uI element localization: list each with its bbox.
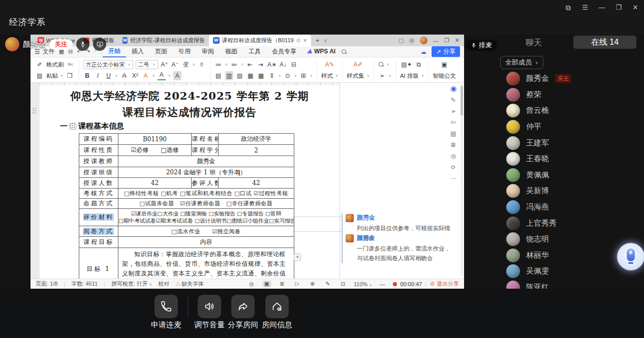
collapse-icon[interactable]	[70, 123, 76, 130]
side-tool-icon[interactable]: ⊞	[451, 142, 456, 148]
select-cursor-icon[interactable]: ➢	[378, 71, 386, 80]
style-label[interactable]: 样式	[321, 72, 333, 80]
number-list-icon[interactable]: ≕	[230, 60, 238, 69]
side-tool-icon[interactable]: ◎	[451, 153, 456, 159]
marks-icon[interactable]: ⊟	[290, 60, 298, 69]
mini-window-icon[interactable]: ⧉	[563, 2, 574, 13]
member-row[interactable]: 吴新博	[496, 183, 644, 199]
ai-layout-label[interactable]: AI 排版	[400, 72, 419, 80]
char-scale-icon[interactable]: A∗	[267, 60, 277, 69]
indent-icon[interactable]: ⇥	[257, 60, 265, 69]
room-info-button[interactable]	[265, 295, 289, 318]
share-button[interactable]: ↗分享	[432, 46, 460, 57]
edit-mode-icon[interactable]: ✎	[323, 281, 332, 287]
format-painter-label[interactable]: 格式刷	[46, 61, 64, 69]
locate-icon[interactable]: ◉	[450, 85, 456, 92]
font-size-select[interactable]: 二号∨	[136, 60, 158, 69]
restore-icon[interactable]: ❐	[613, 2, 624, 13]
tab-close-icon[interactable]: ✕	[303, 38, 307, 43]
tab-online[interactable]: 在线 14	[573, 36, 636, 49]
menu-page[interactable]: 页面	[149, 46, 173, 57]
queue-mic-button[interactable]: 排麦	[466, 40, 497, 51]
menu-insert[interactable]: 插入	[126, 46, 149, 57]
tab-document-template[interactable]: W 经济学院-课程目标达成度报告模版.d	[118, 35, 209, 46]
menu-view[interactable]: 视图	[220, 46, 243, 57]
screen-share-button[interactable]	[93, 38, 106, 51]
line-spacing-icon[interactable]: ⇕	[268, 71, 276, 80]
member-row[interactable]: 颜秀金 房主	[496, 71, 644, 87]
bullet-list-icon[interactable]: ≔	[214, 60, 223, 69]
highlight-icon[interactable]: A	[142, 71, 150, 80]
drag-handle-icon[interactable]	[32, 107, 37, 114]
proofread[interactable]: 校对	[158, 280, 169, 288]
comment-card[interactable]: 颜秀金 一门课多位老师上的，需流水作业，与试卷封面阅卷人填写相吻合	[342, 234, 452, 263]
member-row[interactable]: 上官秀秀	[496, 215, 644, 231]
paste-label[interactable]: 粘贴	[46, 72, 58, 80]
cut-icon[interactable]: ✄	[67, 60, 75, 69]
scrollbar-thumb[interactable]	[461, 86, 463, 115]
share-room-button[interactable]	[231, 295, 255, 318]
align-center-icon[interactable]: ▥	[225, 71, 233, 80]
eye-protect-icon[interactable]: ◎	[247, 281, 256, 287]
menu-icon[interactable]: ☰	[579, 2, 591, 13]
course-info-table[interactable]: 课程编码 B01190 课程名称 政治经济学 课程性质 ☑必修 □选修 课程学分…	[79, 133, 294, 279]
member-row[interactable]: 仲平	[496, 119, 644, 135]
missing-font-warning[interactable]: ⚠缺失字体	[175, 280, 204, 288]
side-tool-icon[interactable]: ⟳	[451, 164, 456, 170]
tab-chat[interactable]: 聊天	[501, 36, 567, 49]
word-count[interactable]: 字数: 4511	[71, 280, 98, 288]
justify-icon[interactable]: ▦	[247, 71, 255, 80]
member-filter-dropdown[interactable]: 全部成员 ∨	[500, 56, 543, 69]
shading-icon[interactable]: ⊙	[284, 71, 292, 80]
wps-restore-icon[interactable]: ❐	[444, 37, 449, 44]
tab-document-active[interactable]: W 课程目标达成度报告（B0119 ⊙ ✕	[209, 35, 312, 46]
find-icon[interactable]	[378, 62, 384, 68]
distribute-icon[interactable]: ▩	[257, 71, 265, 80]
web-layout-icon[interactable]: ⊕	[308, 281, 317, 287]
member-row[interactable]: 蔡荣	[496, 87, 644, 103]
minimize-icon[interactable]: —	[596, 2, 607, 13]
format-painter-icon[interactable]: ✐	[36, 60, 44, 69]
font-color-icon[interactable]: A	[158, 71, 166, 80]
search-icon[interactable]	[341, 49, 347, 55]
outline-view-icon[interactable]: ≣	[278, 281, 287, 287]
wps-minimize-icon[interactable]: —	[433, 38, 439, 44]
char-shading-icon[interactable]: A	[173, 71, 181, 80]
volume-button[interactable]	[198, 295, 221, 318]
floating-mic-button[interactable]	[617, 243, 644, 270]
outdent-icon[interactable]: ⇤	[246, 60, 254, 69]
spell-check[interactable]: 拼写检查: 打开 ∨	[111, 280, 152, 288]
tab-list-icon[interactable]: ∨	[323, 38, 327, 43]
menu-tools[interactable]: 工具	[243, 46, 266, 57]
side-tool-icon[interactable]: ➢	[451, 108, 456, 114]
clear-format-icon[interactable]: ◊	[198, 60, 206, 69]
side-tool-icon[interactable]: ▤	[450, 131, 456, 137]
member-row[interactable]: 冯海燕	[496, 199, 644, 216]
play-view-icon[interactable]: ▷	[293, 281, 302, 287]
smart-doc-label[interactable]: 智能公文	[433, 72, 456, 80]
borders-icon[interactable]: ⊞	[299, 71, 308, 80]
document-canvas[interactable]: 仰恩大学经济学院 2024-2025 学年第 2 学期 课程目标达成情况评价报告…	[30, 83, 464, 279]
superscript-icon[interactable]: X²	[131, 71, 139, 80]
vertical-scrollbar[interactable]	[461, 84, 463, 276]
menu-member[interactable]: 会员专享	[266, 46, 302, 57]
align-left-icon[interactable]: ▤	[214, 71, 223, 80]
follow-button[interactable]: 关注	[49, 39, 73, 50]
zoom-out-icon[interactable]: —	[378, 281, 387, 287]
menu-reference[interactable]: 引用	[173, 46, 196, 57]
zoom-level[interactable]: 110% ∨	[354, 281, 372, 287]
member-row[interactable]: 王春晓	[496, 151, 644, 167]
new-tab-icon[interactable]: ＋	[311, 36, 323, 45]
cloud-sync-icon[interactable]: ☁	[420, 48, 426, 55]
member-row[interactable]: 饶志明	[496, 231, 644, 248]
strikethrough-icon[interactable]: A	[120, 71, 129, 80]
member-row[interactable]: 王建军	[496, 135, 644, 151]
exit-share-button[interactable]: 退出分享	[430, 280, 459, 288]
decrease-font-icon[interactable]: A⁻	[171, 60, 179, 69]
side-tool-icon[interactable]: ✎	[451, 97, 456, 103]
menu-review[interactable]: 审阅	[196, 46, 220, 57]
member-row[interactable]: 黄佩佩	[496, 167, 644, 183]
globe-icon[interactable]: ◎	[409, 37, 414, 44]
underline-icon[interactable]: U	[105, 71, 113, 80]
increase-font-icon[interactable]: A⁺	[161, 60, 169, 69]
